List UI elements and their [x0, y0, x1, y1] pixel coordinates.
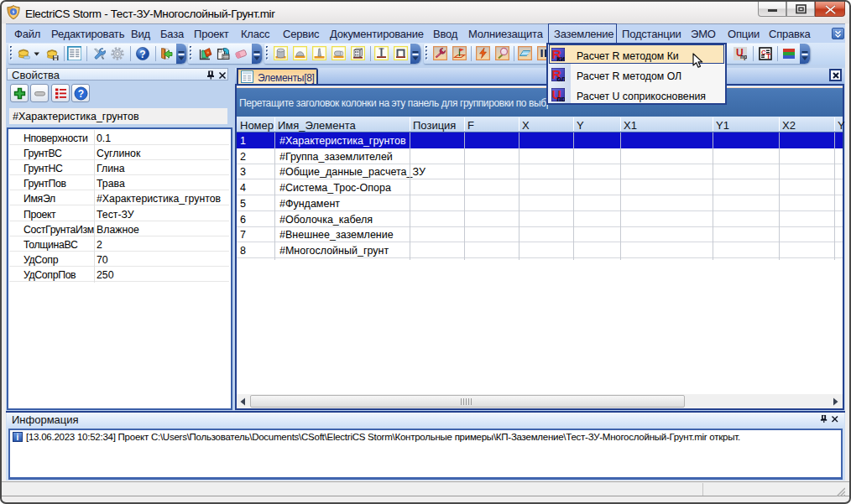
svg-text:?: ?: [139, 49, 145, 60]
svg-text:?: ?: [78, 88, 84, 100]
svg-text:ол: ол: [556, 75, 565, 82]
svg-text:ки: ки: [556, 55, 565, 62]
svg-text:пр: пр: [556, 95, 565, 102]
svg-text:пр: пр: [740, 54, 747, 60]
svg-text:T: T: [766, 52, 771, 60]
